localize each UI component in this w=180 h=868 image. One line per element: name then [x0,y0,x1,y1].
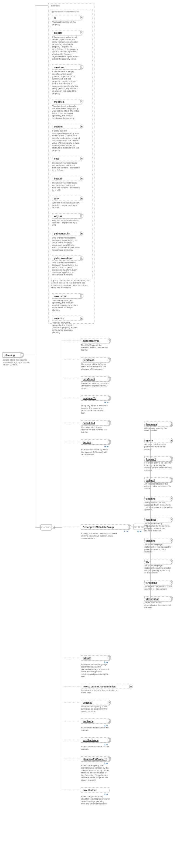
svg-text:keyword: keyword [146,458,156,461]
svg-text:+: + [81,215,83,217]
svg-text:+: + [81,157,83,160]
mid-service: service [83,441,91,443]
svg-text:The interpretation is provider: The interpretation is provider [145,506,172,508]
svg-text:the planned G2 item(s) will: the planned G2 item(s) will [81,451,107,453]
svg-text:+: + [171,518,172,521]
svg-text:by a URI: by a URI [52,189,60,191]
svg-text:kind of G2 item.: kind of G2 item. [3,364,18,366]
svg-text:creditline: creditline [146,582,157,584]
svg-text:Indicates by which means: Indicates by which means [52,162,77,164]
svg-text:+: + [130,685,132,688]
svg-text:+: + [81,232,83,235]
svg-text:item(s): item(s) [81,349,88,351]
svg-text:included - expressed by a: included - expressed by a [52,221,77,224]
svg-text:optionally, the time) of: optionally, the time) of [52,115,73,117]
svg-text:Details about the planned: Details about the planned [3,359,27,361]
svg-text:planned coverage addressed: planned coverage addressed [81,668,109,671]
svg-text:News Item: News Item [81,691,91,694]
svg-text:by: by [146,560,149,563]
svg-text:An intended audience for the: An intended audience for the [81,726,109,729]
attributes-label: attributes [51,5,60,7]
svg-text:whyuri: whyuri [54,215,62,217]
svg-text:specific customer or group of: specific customer or group of [52,137,80,139]
svg-text:the Extension Property must: the Extension Property must [81,774,108,776]
svg-text:+: + [171,439,172,442]
svg-text:that apply to publishing the: that apply to publishing the [52,239,78,242]
svg-text:custom: custom [54,125,62,128]
svg-text:0..∞: 0..∞ [104,762,108,765]
svg-text:+: + [171,423,172,426]
svg-text:pubconstraint: pubconstraint [54,232,70,235]
svg-text:+: + [171,478,172,482]
svg-text:A set of properties directly a: A set of properties directly associated [81,532,117,535]
svg-text:Additional natural language: Additional natural language [81,663,107,665]
svg-text:An excluded audience for the: An excluded audience for the [81,745,109,748]
svg-text:the value was extracted: the value was extracted [52,184,75,186]
svg-text:which entity (person,: which entity (person, [52,53,72,55]
svg-text:0..∞: 0..∞ [124,530,128,532]
svg-text:expressed by a URI. Each: expressed by a URI. Each [52,269,77,271]
svg-text:A nature, intellectual or: A nature, intellectual or [145,443,166,445]
svg-text:Each constraint applies to all: Each constraint applies to all [52,246,80,249]
svg-text:+: + [108,656,110,659]
svg-text:A free-form expression of the: A free-form expression of the [145,585,172,588]
svg-text:exclAudience: exclAudience [83,739,99,742]
svg-text:+: + [108,757,110,761]
svg-text:+: + [108,739,110,742]
svg-text:URI: URI [52,224,56,226]
svg-text:modified: modified [54,100,64,103]
svg-text:A group of attributes for all : A group of attributes for all elements o… [51,279,89,282]
svg-text:coversfrom: coversfrom [54,295,67,298]
svg-text:language: language [146,423,157,426]
svg-text:0..∞: 0..∞ [137,530,142,532]
svg-text:A natural-language: A natural-language [145,543,163,546]
svg-text:+: + [81,66,83,69]
svg-text:A sequence of tokens: A sequence of tokens [145,501,165,504]
svg-text:set in accordance with the: set in accordance with the [81,365,106,368]
svg-text:creator: creator [54,32,62,34]
svg-text:value is the date (and,: value is the date (and, [52,112,73,115]
svg-text:parent element.: parent element. [81,710,96,713]
svg-text:content of text-based search: content of text-based search [145,466,172,469]
svg-text:concept referenced by the rel: concept referenced by the rel [81,769,109,772]
svg-text:description: description [146,598,159,600]
svg-text:planning: planning [5,354,15,356]
mid-itemClass: itemClass [83,359,95,361]
svg-text:The local identifier of the: The local identifier of the [52,21,76,23]
svg-text:to the news coverage: to the news coverage [52,306,73,309]
svg-text:value is defined, specifies: value is defined, specifies [52,51,77,53]
svg-text:corresponding property was: corresponding property was [52,132,79,134]
svg-text:value of the property -: value of the property - [52,242,73,244]
svg-text:description of the content of: description of the content of [145,604,171,606]
svg-text:to cover the event and: to cover the event and [81,407,102,409]
svg-text:have the same scope as the: have the same scope as the [81,776,108,779]
svg-text:non-empty, specifies which: non-empty, specifies which [52,85,78,87]
svg-text:If the property  value is not: If the property value is not [52,36,77,38]
svg-text:G2 Item except its root elemen: G2 Item except its root element, the [51,282,85,284]
svg-text:descendant elements.: descendant elements. [52,274,73,276]
svg-text:be distributed.: be distributed. [81,453,95,456]
svg-text:engines: engines [145,469,152,471]
svg-text:id: id [54,17,56,19]
svg-text:edNote: edNote [83,657,91,659]
svg-text:entity (person, organisation: entity (person, organisation [52,41,78,43]
svg-text:that apply to publishing the: that apply to publishing the [52,264,78,266]
svg-text:which this property applies: which this property applies [52,304,77,306]
svg-text:value of the property -: value of the property - [52,266,73,269]
svg-text:+: + [108,397,110,400]
svg-text:+: + [129,526,130,528]
svg-text:defined, specifies which: defined, specifies which [52,38,75,41]
mid-itemCount: itemCount [83,378,95,380]
svg-text:The starting date (and: The starting date (and [52,299,73,302]
svg-text:which this property applies: which this property applies [52,326,77,329]
svg-text:organisation or system) has: organisation or system) has [52,55,79,58]
svg-text:Extension point for any: Extension point for any [81,795,103,798]
svg-text:why: why [54,197,59,200]
svg-text:parent property.: parent property. [81,779,96,781]
svg-text:indexing or finding the: indexing or finding the [145,464,166,466]
svg-text:The party which is assigned: The party which is assigned [81,404,108,407]
svg-text:+: + [171,497,172,500]
svg-text:+: + [81,177,83,180]
mid-g2contenttype: g2contenttype [83,340,100,342]
svg-text:statement of the date and/or: statement of the date and/or [145,546,171,548]
